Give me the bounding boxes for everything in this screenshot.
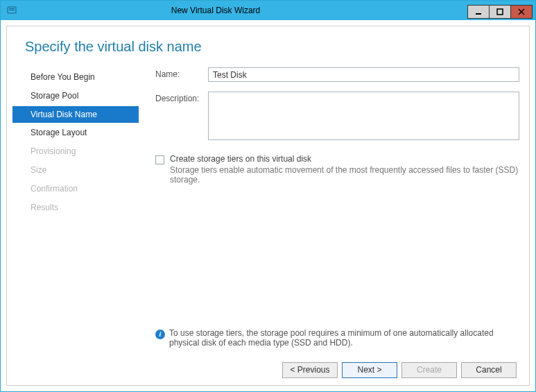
wizard-steps-sidebar: Before You Begin Storage Pool Virtual Di… (7, 67, 139, 355)
window-title: New Virtual Disk Wizard (19, 6, 468, 15)
name-input[interactable] (208, 67, 519, 82)
wizard-footer: < Previous Next > Create Cancel (7, 355, 529, 385)
step-storage-layout[interactable]: Storage Layout (26, 124, 139, 142)
minimize-button[interactable] (467, 5, 490, 19)
info-text: To use storage tiers, the storage pool r… (169, 328, 510, 348)
svg-rect-1 (9, 8, 15, 9)
svg-rect-4 (497, 9, 503, 15)
step-storage-pool[interactable]: Storage Pool (26, 87, 139, 105)
description-label: Description: (155, 92, 208, 140)
next-button[interactable]: Next > (342, 362, 397, 378)
storage-tiers-group: Create storage tiers on this virtual dis… (155, 154, 519, 185)
name-label: Name: (155, 67, 208, 82)
step-results: Results (26, 199, 139, 216)
create-button: Create (401, 362, 457, 378)
close-button[interactable] (510, 5, 533, 19)
step-virtual-disk-name[interactable]: Virtual Disk Name (12, 106, 139, 123)
page-heading: Specify the virtual disk name (7, 26, 529, 67)
wizard-window: New Virtual Disk Wizard Specify the virt… (0, 0, 536, 392)
form-panel: Name: Description: Create storage tiers … (139, 67, 519, 355)
titlebar: New Virtual Disk Wizard (1, 1, 535, 20)
info-icon: i (155, 330, 165, 339)
storage-tiers-label: Create storage tiers on this virtual dis… (170, 154, 519, 164)
info-message: i To use storage tiers, the storage pool… (155, 323, 519, 355)
step-size: Size (26, 162, 139, 179)
svg-rect-3 (476, 13, 481, 15)
previous-button[interactable]: < Previous (282, 362, 338, 378)
step-confirmation: Confirmation (26, 180, 139, 198)
svg-rect-2 (9, 10, 15, 10)
step-provisioning: Provisioning (26, 143, 139, 160)
step-before-you-begin[interactable]: Before You Begin (26, 69, 139, 86)
app-icon (5, 3, 19, 17)
maximize-button[interactable] (489, 5, 511, 19)
storage-tiers-description: Storage tiers enable automatic movement … (170, 165, 519, 185)
storage-tiers-checkbox[interactable] (155, 155, 164, 164)
description-input[interactable] (208, 92, 519, 140)
cancel-button[interactable]: Cancel (461, 362, 517, 378)
